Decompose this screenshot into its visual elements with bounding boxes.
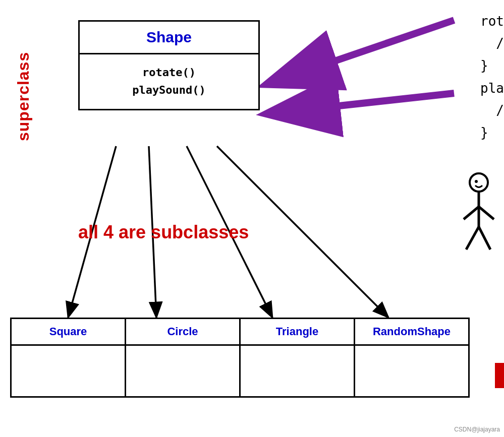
circle-body bbox=[126, 346, 239, 396]
square-box: Square bbox=[10, 318, 126, 398]
shape-methods: rotate()playSound() bbox=[80, 54, 258, 109]
triangle-box: Triangle bbox=[239, 318, 355, 398]
watermark: CSDN@jiajayara bbox=[454, 426, 500, 433]
randomshape-title: RandomShape bbox=[355, 319, 468, 346]
diagram-container: superclass Shape rotate()playSound() all… bbox=[0, 0, 504, 437]
circle-box: Circle bbox=[125, 318, 241, 398]
svg-line-6 bbox=[464, 207, 479, 219]
svg-line-7 bbox=[479, 207, 494, 219]
purple-arrow-playsound bbox=[270, 93, 454, 113]
subclass-boxes-row: Square Circle Triangle RandomShape bbox=[10, 318, 468, 398]
red-side-arrow bbox=[495, 363, 504, 388]
square-title: Square bbox=[12, 319, 125, 346]
svg-point-3 bbox=[475, 180, 478, 183]
triangle-title: Triangle bbox=[241, 319, 354, 346]
square-body bbox=[12, 346, 125, 396]
svg-line-9 bbox=[479, 227, 490, 249]
triangle-body bbox=[241, 346, 354, 396]
code-text: rot /}pla /} bbox=[475, 10, 504, 144]
shape-title: Shape bbox=[80, 22, 258, 54]
superclass-label: superclass bbox=[14, 52, 33, 141]
stick-figure bbox=[456, 171, 501, 262]
circle-title: Circle bbox=[126, 319, 239, 346]
randomshape-box: RandomShape bbox=[354, 318, 470, 398]
shape-superclass-box: Shape rotate()playSound() bbox=[78, 20, 260, 110]
subclasses-label: all 4 are subclasses bbox=[78, 222, 249, 243]
purple-arrow-rotate bbox=[270, 20, 454, 83]
svg-point-2 bbox=[470, 173, 488, 192]
svg-line-8 bbox=[466, 227, 479, 249]
svg-marker-10 bbox=[495, 368, 504, 383]
randomshape-body bbox=[355, 346, 468, 396]
